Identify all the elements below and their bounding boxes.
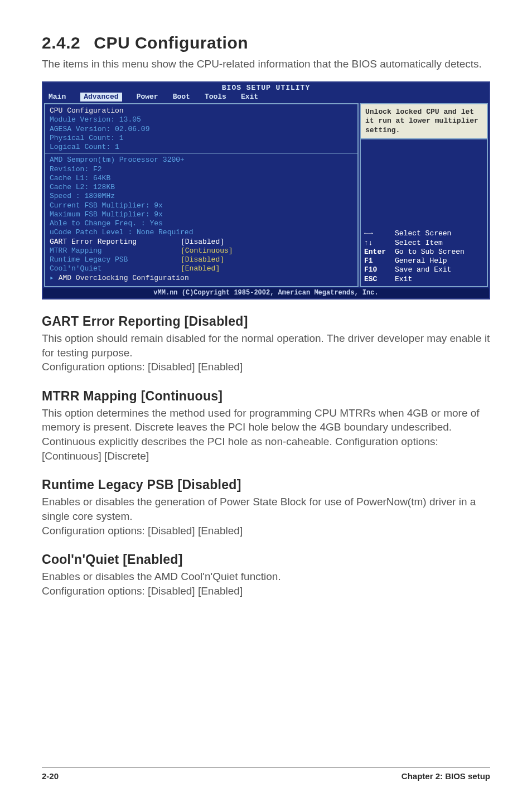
bios-info-line: Current FSB Multiplier: 9x [50, 201, 353, 210]
subsection-body: Enables or disables the generation of Po… [42, 495, 490, 538]
bios-info-line: Cache L2: 128KB [50, 183, 353, 192]
section-number: 2.4.2 [42, 33, 80, 52]
bios-key-desc: General Help [395, 257, 447, 265]
bios-setting-label: GART Error Reporting [50, 238, 181, 247]
section-title: CPU Configuration [94, 33, 248, 52]
bios-info-line: Able to Change Freq. : Yes [50, 219, 353, 228]
bios-setting-row: Cool'n'Quiet [Enabled] [50, 264, 353, 273]
chapter-label: Chapter 2: BIOS setup [402, 771, 490, 781]
bios-info-line: AMD Sempron(tm) Processor 3200+ [50, 156, 353, 165]
bios-key-desc: Exit [395, 275, 412, 284]
bios-tab-exit: Exit [241, 93, 258, 102]
bios-setting-value: [Continuous] [181, 247, 233, 255]
bios-key-desc: Save and Exit [395, 265, 451, 274]
bios-key-desc: Go to Sub Screen [395, 248, 465, 257]
bios-key-legend: ←→Select Screen ↑↓Select Item EnterGo to… [360, 227, 488, 287]
subsection-body: This option should remain disabled for t… [42, 331, 490, 374]
bios-right-pane: Unlock locked CPU and let it run at lowe… [360, 103, 488, 287]
bios-setting-value: [Enabled] [181, 264, 220, 273]
bios-tab-main: Main [49, 93, 66, 102]
bios-separator [45, 153, 357, 154]
bios-help-spacer [360, 139, 488, 228]
bios-header-line: Logical Count: 1 [50, 143, 353, 152]
bios-key-desc: Select Screen [395, 229, 451, 238]
subsection-heading: Runtime Legacy PSB [Disabled] [42, 477, 490, 492]
page-number: 2-20 [42, 771, 59, 781]
bios-key-desc: Select Item [395, 239, 443, 248]
subsection-heading: Cool'n'Quiet [Enabled] [42, 552, 490, 567]
bios-info-line: Speed : 1800MHz [50, 192, 353, 201]
bios-key: F10 [364, 265, 395, 274]
bios-setting-label: Runtime Legacy PSB [50, 255, 181, 264]
bios-tab-advanced: Advanced [80, 93, 122, 102]
bios-key: Enter [364, 248, 395, 257]
bios-info-line: uCode Patch Level : None Required [50, 228, 353, 237]
bios-left-pane: CPU Configuration Module Version: 13.05 … [44, 103, 359, 287]
bios-setting-row: GART Error Reporting [Disabled] [50, 238, 353, 247]
subsection-body: This option determines the method used f… [42, 406, 490, 463]
bios-key: ↑↓ [364, 239, 395, 248]
bios-key: ←→ [364, 229, 395, 238]
bios-info-line: Revision: F2 [50, 165, 353, 174]
bios-key: F1 [364, 257, 395, 265]
bios-setting-value: [Disabled] [181, 238, 224, 247]
subsection-heading: MTRR Mapping [Continuous] [42, 389, 490, 404]
bios-info-line: Maximum FSB Multiplier: 9x [50, 210, 353, 219]
bios-info-line: Cache L1: 64KB [50, 174, 353, 183]
bios-header-line: Module Version: 13.05 [50, 115, 353, 124]
bios-tab-power: Power [137, 93, 158, 102]
bios-screenshot: BIOS SETUP UTILITY Main Advanced Power B… [42, 81, 490, 299]
bios-help-text: Unlock locked CPU and let it run at lowe… [360, 103, 488, 139]
bios-setting-label: MTRR Mapping [50, 247, 181, 255]
bios-title: BIOS SETUP UTILITY [43, 83, 489, 93]
bios-copyright: vMM.nn (C)Copyright 1985-2002, American … [43, 288, 489, 298]
bios-tab-boot: Boot [173, 93, 190, 102]
bios-header-line: Physical Count: 1 [50, 134, 353, 143]
page-footer: 2-20 Chapter 2: BIOS setup [42, 767, 490, 781]
bios-header-line: CPU Configuration [50, 107, 353, 115]
bios-setting-value: [Disabled] [181, 255, 224, 264]
section-heading: 2.4.2CPU Configuration [42, 33, 490, 52]
bios-setting-row: Runtime Legacy PSB [Disabled] [50, 255, 353, 264]
bios-setting-label: Cool'n'Quiet [50, 264, 181, 273]
bios-header-line: AGESA Version: 02.06.09 [50, 125, 353, 134]
subsection-heading: GART Error Reporting [Disabled] [42, 314, 490, 329]
subsection-body: Enables or disables the AMD Cool'n'Quiet… [42, 569, 490, 598]
section-intro: The items in this menu show the CPU-rela… [42, 57, 490, 71]
bios-key: ESC [364, 275, 395, 284]
bios-tabs: Main Advanced Power Boot Tools Exit [43, 93, 489, 103]
bios-setting-row: MTRR Mapping [Continuous] [50, 247, 353, 255]
bios-tab-tools: Tools [205, 93, 226, 102]
bios-submenu-item: AMD Overclocking Configuration [50, 274, 353, 283]
